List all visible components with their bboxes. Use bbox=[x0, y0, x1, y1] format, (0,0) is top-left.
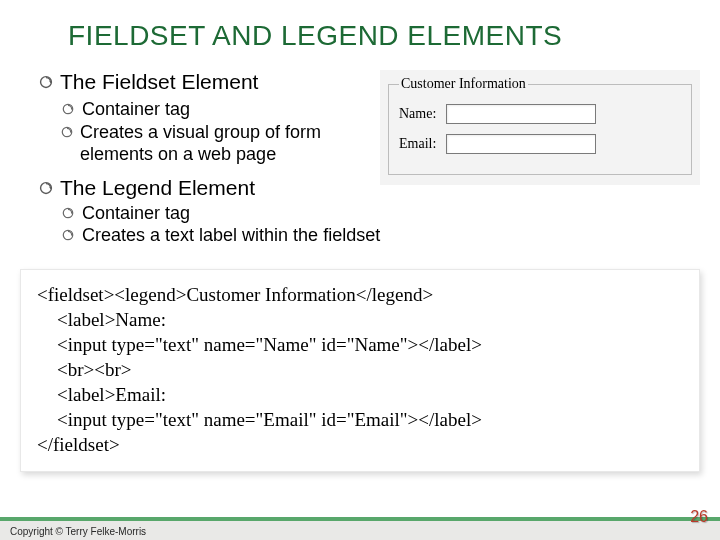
section-heading-legend: The Legend Element bbox=[38, 176, 362, 200]
bullet-icon bbox=[60, 227, 76, 243]
name-label: Name: bbox=[399, 106, 436, 121]
slide-title: FIELDSET AND LEGEND ELEMENTS bbox=[0, 0, 720, 70]
bullet-icon bbox=[38, 74, 54, 90]
bullet-icon bbox=[38, 180, 54, 196]
code-line: <label>Name: bbox=[37, 307, 683, 332]
left-column: The Fieldset Element Container tag Creat… bbox=[38, 70, 362, 204]
code-line: <br><br> bbox=[37, 357, 683, 382]
list-item: Creates a text label within the fieldset bbox=[60, 224, 700, 247]
code-line: <fieldset><legend>Customer Information</… bbox=[37, 284, 433, 305]
code-line: <input type="text" name="Name" id="Name"… bbox=[37, 332, 683, 357]
list-item-text: Creates a text label within the fieldset bbox=[82, 224, 380, 247]
list-item-text: Container tag bbox=[82, 98, 190, 121]
code-line: <input type="text" name="Email" id="Emai… bbox=[37, 407, 683, 432]
demo-legend: Customer Information bbox=[399, 76, 528, 92]
list-item: Creates a visual group of form elements … bbox=[60, 121, 362, 166]
section-heading-text: The Fieldset Element bbox=[60, 70, 258, 94]
email-label: Email: bbox=[399, 136, 436, 151]
section-heading-text: The Legend Element bbox=[60, 176, 255, 200]
footer: Copyright © Terry Felke-Morris 26 bbox=[0, 498, 720, 540]
sub-items-fieldset: Container tag Creates a visual group of … bbox=[38, 98, 362, 166]
code-line: <label>Email: bbox=[37, 382, 683, 407]
bullet-icon bbox=[60, 205, 76, 221]
bullet-icon bbox=[60, 124, 74, 140]
list-item-text: Container tag bbox=[82, 202, 190, 225]
list-item: Container tag bbox=[60, 202, 700, 225]
demo-row-name: Name: bbox=[399, 104, 681, 124]
email-input[interactable] bbox=[446, 134, 596, 154]
sub-items-legend: Container tag Creates a text label withi… bbox=[38, 202, 700, 247]
top-row: The Fieldset Element Container tag Creat… bbox=[38, 70, 700, 204]
code-block: <fieldset><legend>Customer Information</… bbox=[20, 269, 700, 473]
bullet-icon bbox=[60, 101, 76, 117]
list-item-text: Creates a visual group of form elements … bbox=[80, 121, 362, 166]
slide-content: The Fieldset Element Container tag Creat… bbox=[0, 70, 720, 247]
list-item: Container tag bbox=[60, 98, 362, 121]
section-heading-fieldset: The Fieldset Element bbox=[38, 70, 362, 94]
code-line: </fieldset> bbox=[37, 434, 120, 455]
demo-row-email: Email: bbox=[399, 134, 681, 154]
page-number: 26 bbox=[690, 508, 708, 526]
name-input[interactable] bbox=[446, 104, 596, 124]
copyright-text: Copyright © Terry Felke-Morris bbox=[10, 526, 146, 537]
demo-fieldset: Customer Information Name: Email: bbox=[388, 76, 692, 175]
form-demo: Customer Information Name: Email: bbox=[380, 70, 700, 185]
